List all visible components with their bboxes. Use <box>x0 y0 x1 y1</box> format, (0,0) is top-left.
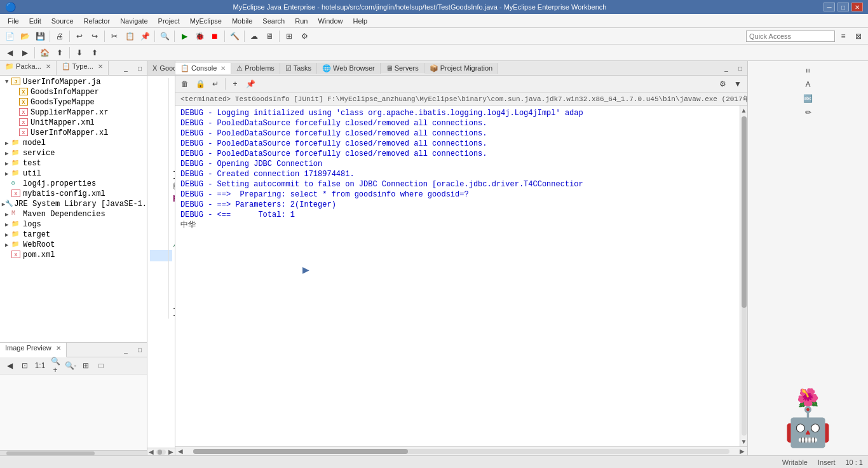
console-vscroll[interactable]: ▲ ▼ <box>740 106 747 446</box>
deploy-button[interactable]: ☁ <box>247 29 261 43</box>
minimize-button[interactable]: ─ <box>824 3 835 11</box>
tree-item-userinfomap2[interactable]: X UserInfoMapper.xl <box>0 128 147 138</box>
menu-search[interactable]: Search <box>257 16 290 26</box>
save-button[interactable]: 💾 <box>33 29 47 43</box>
vscroll-down[interactable]: ▼ <box>740 437 747 446</box>
home-button[interactable]: 🏠 <box>37 46 51 60</box>
console-menu[interactable]: ▼ <box>731 77 745 91</box>
right-tool-3[interactable]: 🔤 <box>801 92 815 106</box>
menu-edit[interactable]: Edit <box>24 16 46 26</box>
tree-item-mybatis[interactable]: X mybatis-config.xml <box>0 189 147 199</box>
tree-item-goodsinfomap[interactable]: X GoodsInfoMapper <box>0 87 147 97</box>
print-button[interactable]: 🖨 <box>53 29 67 43</box>
right-tool-4[interactable]: ✏ <box>801 106 815 120</box>
pin-console[interactable]: 📌 <box>243 77 257 91</box>
zoom-in-button[interactable]: 🔍+ <box>48 359 62 373</box>
tree-item-userinfomap[interactable]: ▼ J UserInfoMapper.ja <box>0 77 147 87</box>
menu-mobile[interactable]: Mobile <box>227 16 257 26</box>
copy-button[interactable]: 📋 <box>123 29 137 43</box>
tree-item-maven[interactable]: ▶ M Maven Dependencies <box>0 209 147 219</box>
bg-button[interactable]: □ <box>94 359 108 373</box>
menu-project[interactable]: Project <box>153 16 185 26</box>
actual-size-button[interactable]: 1:1 <box>33 359 47 373</box>
open-button[interactable]: 📂 <box>18 29 32 43</box>
maximize-left-panel[interactable]: □ <box>133 61 147 75</box>
tree-item-pom[interactable]: X pom.xml <box>0 250 147 260</box>
maximize-button[interactable]: □ <box>837 3 849 11</box>
tab-goodsinfomap[interactable]: X GoodsInfoMap... ✕ <box>147 61 175 75</box>
code-area[interactable]: try { inp } catch // e.p <box>147 76 175 448</box>
redo-button[interactable]: ↪ <box>88 29 102 43</box>
tree-item-logs[interactable]: ▶ 📁 logs <box>0 219 147 230</box>
tab-webbrowser[interactable]: 🌐 Web Browser <box>317 63 381 74</box>
grid-button[interactable]: ⊞ <box>79 359 93 373</box>
code-hscroll[interactable]: ◀ ▶ <box>147 448 175 455</box>
tab-project-migration[interactable]: 📦 Project Migration <box>424 63 499 74</box>
close-package-tab[interactable]: ✕ <box>46 63 51 70</box>
tree-item-model[interactable]: ▶ 📁 model <box>0 138 147 148</box>
hscroll-right[interactable]: ▶ <box>167 448 175 455</box>
run-button[interactable]: ▶ <box>177 29 191 43</box>
hscroll-right-arrow[interactable]: ▶ <box>740 448 745 455</box>
console-minimize[interactable]: _ <box>719 61 733 75</box>
console-maximize[interactable]: □ <box>733 61 747 75</box>
maximize-preview[interactable]: □ <box>133 343 147 357</box>
vscroll-thumb[interactable] <box>742 116 747 308</box>
minimize-left-panel[interactable]: _ <box>119 61 133 75</box>
tab-problems[interactable]: ⚠ Problems <box>231 63 280 74</box>
console-hscroll[interactable]: ◀ ▶ <box>175 446 747 455</box>
perspective-button[interactable]: ⊞ <box>282 29 296 43</box>
minimize-preview[interactable]: _ <box>119 343 133 357</box>
zoom-out-button[interactable]: 🔍- <box>64 359 78 373</box>
tree-item-log4j[interactable]: ⚙ log4j.properties <box>0 179 147 189</box>
menu-run[interactable]: Run <box>290 16 313 26</box>
tree-item-jre[interactable]: ▶ 🔧 JRE System Library [JavaSE-1. <box>0 199 147 209</box>
fit-image-button[interactable]: ⊡ <box>18 359 32 373</box>
up-button[interactable]: ⬆ <box>53 46 67 60</box>
scroll-lock[interactable]: 🔒 <box>193 77 207 91</box>
tree-hscroll-thumb[interactable] <box>6 451 95 455</box>
prefs-button[interactable]: ⚙ <box>297 29 311 43</box>
next-annot-button[interactable]: ⬇ <box>72 46 86 60</box>
tree-item-test[interactable]: ▶ 📁 test <box>0 158 147 169</box>
forward-button[interactable]: ▶ <box>18 46 32 60</box>
tab-servers[interactable]: 🖥 Servers <box>381 63 424 73</box>
menu-file[interactable]: File <box>3 16 24 26</box>
menu-window[interactable]: Window <box>313 16 348 26</box>
right-tool-2[interactable]: A <box>801 78 815 92</box>
word-wrap[interactable]: ↵ <box>208 77 222 91</box>
close-type-tab[interactable]: ✕ <box>98 63 103 70</box>
tree-item-goodstypemap[interactable]: X GoodsTypeMappe <box>0 97 147 107</box>
tree-item-unitmap[interactable]: X UnitMapper.xml <box>0 118 147 128</box>
perspective-layout-button[interactable]: ⊠ <box>851 29 865 43</box>
tree-item-webroot[interactable]: ▶ 📁 WebRoot <box>0 240 147 250</box>
tree-item-util[interactable]: ▶ 📁 util <box>0 169 147 179</box>
hscroll-thumb[interactable] <box>158 450 163 455</box>
tree-hscroll[interactable] <box>0 450 147 455</box>
prev-annot-button[interactable]: ⬆ <box>88 46 102 60</box>
hscroll-left[interactable]: ◀ <box>147 448 155 455</box>
console-settings[interactable]: ⚙ <box>715 77 729 91</box>
undo-button[interactable]: ↩ <box>72 29 86 43</box>
hscroll-left-arrow[interactable]: ◀ <box>178 448 183 455</box>
debug-button[interactable]: 🐞 <box>193 29 207 43</box>
tree-item-service[interactable]: ▶ 📁 service <box>0 148 147 158</box>
console-output[interactable]: DEBUG - Logging initialized using 'class… <box>175 106 740 446</box>
tree-item-suppliermap[interactable]: X SupplierMapper.xr <box>0 107 147 118</box>
stop-button[interactable]: ⏹ <box>208 29 222 43</box>
vscroll-up[interactable]: ▲ <box>740 106 747 115</box>
close-console[interactable]: ✕ <box>220 65 226 72</box>
menu-help[interactable]: Help <box>348 16 373 26</box>
menu-refactor[interactable]: Refactor <box>79 16 116 26</box>
quick-access-input[interactable] <box>746 31 835 42</box>
new-console[interactable]: + <box>228 77 242 91</box>
prev-image-button[interactable]: ◀ <box>3 359 17 373</box>
tab-package-explorer[interactable]: 📁 Packa... ✕ <box>0 61 57 75</box>
new-button[interactable]: 📄 <box>3 29 17 43</box>
menu-myeclipse[interactable]: MyEclipse <box>185 16 227 26</box>
quick-access-icon[interactable]: ≡ <box>836 29 850 43</box>
back-button[interactable]: ◀ <box>3 46 17 60</box>
close-image-preview[interactable]: ✕ <box>56 345 61 352</box>
paste-button[interactable]: 📌 <box>138 29 152 43</box>
tab-image-preview[interactable]: Image Preview ✕ <box>0 343 67 357</box>
